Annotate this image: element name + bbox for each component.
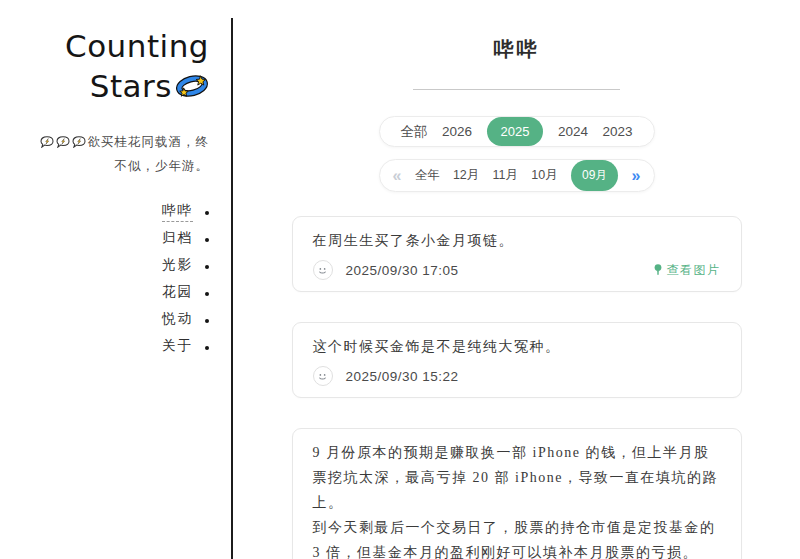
- motto-line2: 不似，少年游。: [115, 159, 210, 173]
- year-tab-2024[interactable]: 2024: [558, 124, 588, 139]
- bullet-dot: [205, 319, 209, 323]
- memo-footer: 2025/09/30 17:05 查看图片: [313, 260, 721, 280]
- memo-text: 这个时候买金饰是不是纯纯大冤种。: [313, 334, 721, 359]
- year-filter-bar: 全部 2026 2025 2024 2023: [379, 116, 655, 147]
- view-image-label: 查看图片: [667, 262, 721, 279]
- speech-bubble-lightning-icon: [40, 136, 54, 148]
- year-tab-2023[interactable]: 2023: [602, 124, 632, 139]
- sidebar-item-label: 归档: [162, 231, 193, 249]
- prev-months-button[interactable]: «: [393, 168, 402, 184]
- memo-card: 这个时候买金饰是不是纯纯大冤种。 2025/09/30 15:22: [292, 322, 742, 398]
- sidebar-item-garden[interactable]: 花园: [162, 285, 209, 303]
- sidebar-item-activity[interactable]: 悦动: [162, 312, 209, 330]
- title-divider: [413, 89, 620, 90]
- year-tab-all[interactable]: 全部: [401, 123, 428, 141]
- next-months-button[interactable]: »: [632, 168, 641, 184]
- site-title-link[interactable]: Counting Stars: [65, 26, 209, 106]
- sidebar-nav: 哔哔 归档 光影 花园 悦动 关于: [162, 204, 209, 357]
- sidebar-motto: 欲买桂花同载酒，终 不似，少年游。: [40, 130, 210, 178]
- memo-card: 9 月份原本的预期是赚取换一部 iPhone 的钱，但上半月股票挖坑太深，最高亏…: [292, 428, 742, 559]
- site-title-line2: Stars: [90, 66, 172, 106]
- month-tab-09-selected[interactable]: 09月: [571, 160, 618, 191]
- memo-timestamp: 2025/09/30 15:22: [346, 369, 459, 384]
- sidebar-item-label: 哔哔: [162, 204, 193, 222]
- sidebar-item-label: 光影: [162, 258, 193, 276]
- memo-text: 在周生生买了条小金月项链。: [313, 228, 721, 253]
- year-tab-2025-selected[interactable]: 2025: [487, 117, 544, 146]
- year-tab-2026[interactable]: 2026: [442, 124, 472, 139]
- memo-list: 在周生生买了条小金月项链。 2025/09/30 17:05: [292, 216, 742, 559]
- smiley-icon: [313, 366, 333, 386]
- speech-bubble-lightning-icon: [72, 136, 86, 148]
- bullet-dot: [205, 265, 209, 269]
- page-title: 哔哔: [494, 36, 540, 63]
- sidebar-item-label: 关于: [162, 339, 193, 357]
- bullet-dot: [205, 346, 209, 350]
- sidebar-item-label: 悦动: [162, 312, 193, 330]
- site-title-line1: Counting: [65, 26, 209, 66]
- sidebar-item-archive[interactable]: 归档: [162, 231, 209, 249]
- bullet-dot: [205, 238, 209, 242]
- sidebar: Counting Stars: [0, 0, 233, 559]
- image-pin-icon: [654, 264, 662, 276]
- month-tab-11[interactable]: 11月: [493, 167, 518, 184]
- month-tab-all-year[interactable]: 全年: [415, 167, 440, 184]
- page: Counting Stars: [0, 0, 800, 559]
- memo-timestamp: 2025/09/30 17:05: [346, 263, 459, 278]
- main-content: 哔哔 全部 2026 2025 2024 2023 « 全年 12月 11月 1…: [233, 0, 800, 559]
- dizzy-star-icon: [175, 73, 209, 99]
- motto-line1: 欲买桂花同载酒，终: [88, 135, 210, 149]
- bullet-dot: [205, 211, 209, 215]
- month-tab-10[interactable]: 10月: [531, 167, 557, 184]
- sidebar-item-photos[interactable]: 光影: [162, 258, 209, 276]
- month-tab-12[interactable]: 12月: [453, 167, 479, 184]
- memo-footer: 2025/09/30 15:22: [313, 366, 721, 386]
- memo-text: 9 月份原本的预期是赚取换一部 iPhone 的钱，但上半月股票挖坑太深，最高亏…: [313, 440, 721, 559]
- sidebar-item-bibi[interactable]: 哔哔: [162, 204, 209, 222]
- smiley-icon: [313, 260, 333, 280]
- memo-card: 在周生生买了条小金月项链。 2025/09/30 17:05: [292, 216, 742, 292]
- sidebar-item-label: 花园: [162, 285, 193, 303]
- bullet-dot: [205, 292, 209, 296]
- sidebar-item-about[interactable]: 关于: [162, 339, 209, 357]
- view-image-link[interactable]: 查看图片: [654, 262, 721, 279]
- speech-bubble-lightning-icon: [56, 136, 70, 148]
- month-filter-bar: « 全年 12月 11月 10月 09月 »: [379, 159, 655, 192]
